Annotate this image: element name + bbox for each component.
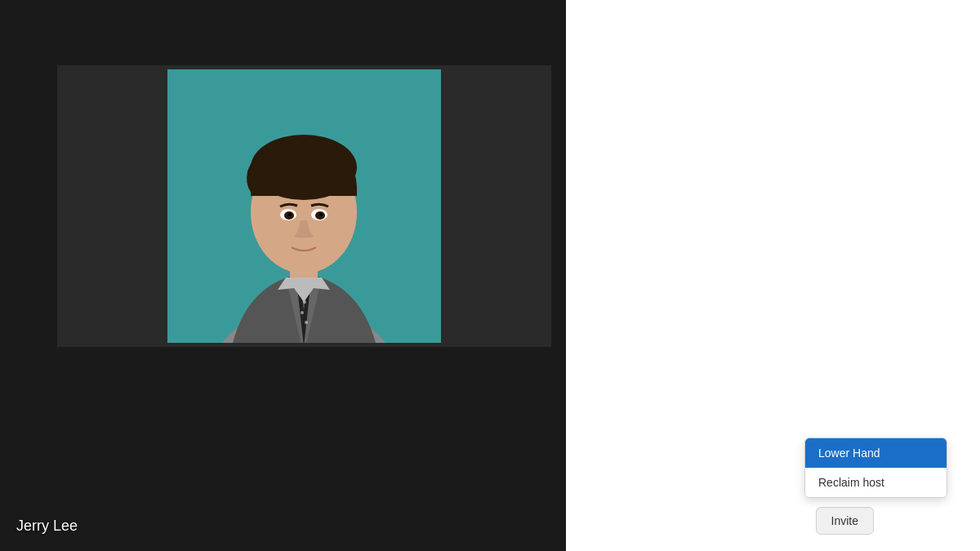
svg-point-4 xyxy=(301,311,304,314)
invite-button[interactable]: Invite xyxy=(816,507,874,535)
svg-point-5 xyxy=(305,321,308,324)
video-container xyxy=(57,65,551,347)
right-panel: Invite Lower Hand Reclaim host xyxy=(566,0,980,551)
lower-hand-menu-item[interactable]: Lower Hand xyxy=(805,438,947,468)
reclaim-host-menu-item[interactable]: Reclaim host xyxy=(805,468,947,497)
video-panel: Jerry Lee xyxy=(0,0,566,551)
participant-name-label: Jerry Lee xyxy=(16,518,78,535)
dropdown-menu: Lower Hand Reclaim host xyxy=(804,438,947,498)
svg-point-13 xyxy=(288,213,292,216)
svg-point-14 xyxy=(319,213,323,216)
participant-portrait xyxy=(167,69,441,343)
